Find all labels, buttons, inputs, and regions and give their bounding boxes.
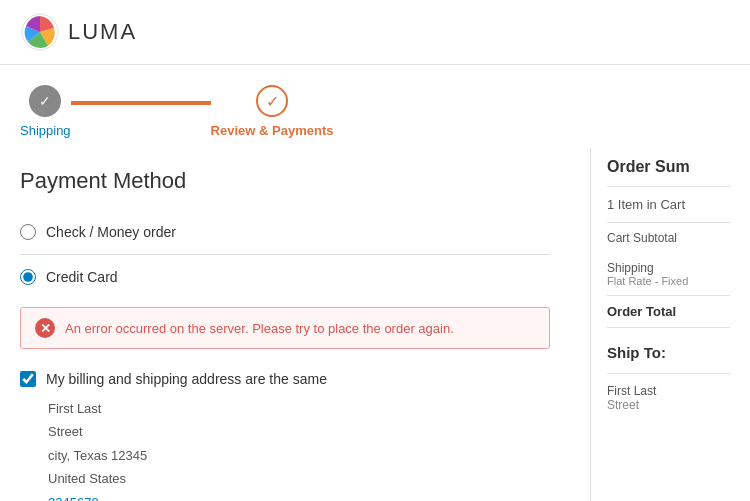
billing-checkbox-label: My billing and shipping address are the … (46, 371, 327, 387)
address-street: Street (48, 420, 550, 443)
payment-credit-label: Credit Card (46, 269, 118, 285)
logo-text: LUMA (68, 19, 137, 45)
step-review-label: Review & Payments (211, 123, 334, 138)
address-block: First Last Street city, Texas 12345 Unit… (20, 397, 550, 501)
step-shipping-circle: ✓ (29, 85, 61, 117)
address-city: city, Texas 12345 (48, 444, 550, 467)
shipping-sublabel: Flat Rate - Fixed (607, 275, 730, 287)
step-review: ✓ Review & Payments (211, 85, 334, 138)
payment-divider (20, 254, 550, 255)
main-layout: Payment Method Check / Money order Credi… (0, 148, 750, 501)
payment-option-check[interactable]: Check / Money order (20, 214, 550, 250)
left-panel: Payment Method Check / Money order Credi… (20, 148, 570, 501)
cart-subtotal-row: Cart Subtotal (607, 223, 730, 253)
payment-radio-credit[interactable] (20, 269, 36, 285)
right-panel: Order Sum 1 Item in Cart Cart Subtotal S… (590, 148, 730, 501)
shipping-row: Shipping Flat Rate - Fixed (607, 253, 730, 295)
ship-to-hr (607, 373, 730, 374)
billing-same-as-shipping[interactable]: My billing and shipping address are the … (20, 361, 550, 397)
error-text: An error occurred on the server. Please … (65, 321, 454, 336)
logo: LUMA (20, 12, 137, 52)
step-shipping: ✓ Shipping (20, 85, 71, 138)
payment-option-credit[interactable]: Credit Card (20, 259, 550, 295)
header: LUMA (0, 0, 750, 65)
step-review-circle: ✓ (256, 85, 288, 117)
order-summary-title: Order Sum (607, 158, 730, 187)
ship-name: First Last (607, 378, 730, 398)
progress-bar: ✓ Shipping ✓ Review & Payments (0, 65, 750, 148)
address-name: First Last (48, 397, 550, 420)
address-phone[interactable]: 2345678 (48, 491, 550, 501)
payment-radio-check[interactable] (20, 224, 36, 240)
cart-subtotal-label: Cart Subtotal (607, 231, 730, 245)
checkmark-icon: ✓ (39, 93, 51, 109)
address-country: United States (48, 467, 550, 490)
progress-line (71, 101, 211, 105)
payment-method-title: Payment Method (20, 148, 550, 194)
ship-to-title: Ship To: (607, 328, 730, 369)
order-total-label: Order Total (607, 304, 730, 319)
error-box: ✕ An error occurred on the server. Pleas… (20, 307, 550, 349)
error-icon: ✕ (35, 318, 55, 338)
luma-logo-icon (20, 12, 60, 52)
checkmark-icon-active: ✓ (266, 92, 279, 111)
order-total-row: Order Total (607, 295, 730, 327)
step-shipping-label: Shipping (20, 123, 71, 138)
billing-checkbox[interactable] (20, 371, 36, 387)
payment-check-label: Check / Money order (46, 224, 176, 240)
ship-street: Street (607, 398, 730, 412)
order-items-count: 1 Item in Cart (607, 187, 730, 223)
shipping-label: Shipping (607, 261, 730, 275)
